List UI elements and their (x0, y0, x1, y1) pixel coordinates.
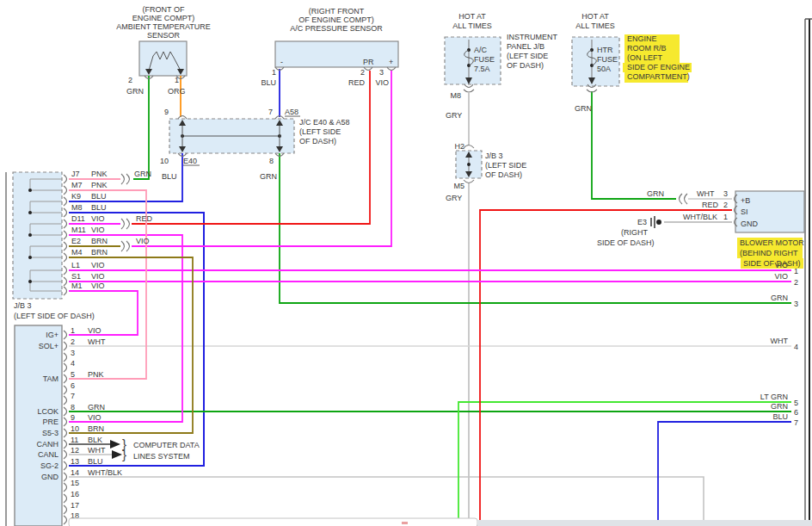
jb3-pin-id: K9 (71, 192, 81, 201)
amp-wire-color: BLK (88, 436, 102, 444)
htr-fuse-name: 50A (597, 65, 611, 73)
engine-room-rb-label: SIDE OF ENGINE (627, 63, 690, 71)
right-wire-color: GRN (771, 402, 788, 411)
jc-a58: A58 (285, 108, 298, 116)
brace-glyph: } (122, 447, 126, 461)
pressure-wire-red: RED (348, 78, 366, 87)
wire-vio-m11-pre (69, 235, 182, 422)
right-wire-color: WHT (771, 337, 789, 345)
blower-title-line: (BEHIND RIGHT (740, 249, 798, 257)
engine-room-rb-label: COMPARTMENT) (627, 72, 690, 81)
amp-pin-name: CANL (38, 450, 58, 459)
right-pin-num: 1 (794, 267, 798, 275)
canh-arrow (110, 440, 120, 449)
amp-pin-name: S5-3 (42, 429, 58, 437)
amp-pin-num: 5 (71, 370, 75, 379)
blower-pin-label: SI (741, 207, 748, 216)
ambient-wire-org: ORG (168, 87, 186, 96)
hot-at-label: HOT AT (581, 12, 609, 21)
wire-grn-jc-pin3 (280, 153, 791, 303)
hot-at-label: HOT AT (458, 12, 486, 21)
ambient-title-line: SENSOR (147, 31, 181, 40)
jb3-pin-id: M7 (71, 181, 83, 189)
ac-fuse-name: FUSE (474, 55, 495, 64)
blower-pin-label: GND (741, 220, 759, 228)
gry-wire-label: GRY (446, 194, 462, 202)
jb3-mid-label: OF DASH) (485, 170, 522, 179)
jb3-wire-color: VIO (91, 226, 105, 234)
amp-pin-num: 15 (71, 479, 79, 487)
pressure-wire-vio: VIO (375, 78, 389, 87)
jc-pin7: 7 (268, 108, 273, 116)
engine-room-rb-label: ROOM R/B (627, 44, 667, 53)
pressure-title-line: A/C PRESSURE SENSOR (290, 24, 383, 33)
amp-wire-color: VIO (88, 326, 102, 335)
engine-room-rb-label: (ON LEFT (627, 53, 663, 62)
ambient-sensor-labels: (FRONT OF ENGINE COMPT) AMBIENT TEMPERAT… (116, 5, 211, 40)
right-pin-num: 6 (794, 408, 798, 417)
e3-label: E3 (637, 218, 647, 226)
ambient-pin1: 1 (175, 76, 179, 84)
e3-ground-icon (651, 216, 661, 228)
wire-vio-pressure-e2 (132, 71, 391, 246)
m8-connector-label: M8 (450, 91, 461, 100)
amp-pin-num: 6 (71, 381, 75, 390)
jb3-mid-label: J/B 3 (485, 152, 503, 160)
right-wire-color: VIO (774, 272, 788, 281)
gry-wire-label: GRY (446, 111, 462, 120)
right-wire-color: VIO (774, 261, 788, 269)
right-pin-num: 3 (794, 300, 798, 308)
jb3-out-color: RED (136, 214, 153, 223)
ambient-wire-grn: GRN (126, 87, 144, 96)
amp-pin-num: 2 (71, 337, 75, 346)
pressure-wire-blu: BLU (261, 78, 276, 87)
jc-pin9: 9 (164, 108, 169, 116)
right-wire-color: GRN (771, 294, 788, 302)
jb3-wire-color: BRN (91, 248, 108, 257)
h2-connector-label: H2 (454, 142, 464, 151)
blower-title-line: SIDE OF DASH) (743, 259, 801, 268)
jb3-left-name: J/B 3 (14, 301, 32, 310)
jb3-mid-label: (LEFT SIDE (485, 161, 526, 170)
jc-label-line: (LEFT SIDE (299, 127, 341, 136)
bottom-strip-mark (402, 522, 408, 524)
blower-wire-wht: WHT (697, 189, 715, 198)
bottom-white-panel (69, 518, 477, 526)
pressure-pin1: 1 (272, 68, 276, 77)
instrument-panel-label: PANEL J/B (507, 42, 544, 51)
jb3-pin-id: S1 (71, 272, 81, 281)
amp-pin-num: 12 (71, 446, 79, 455)
amp-pin-name: TAM (43, 374, 58, 383)
ambient-title-line: ENGINE COMPT) (132, 14, 195, 22)
blower-title-line: BLOWER MOTOR (740, 238, 804, 247)
pressure-pin3: 3 (379, 68, 384, 77)
amp-pin-num: 9 (71, 413, 75, 422)
right-wire-color: BLU (772, 412, 788, 421)
jc-pin8: 8 (269, 157, 274, 165)
instrument-panel-label: OF DASH) (507, 61, 544, 70)
amp-pin-num: 3 (71, 349, 75, 357)
pressure-sensor-box (275, 41, 398, 67)
htr-fuse-hot: HOT AT ALL TIMES (575, 12, 615, 30)
wiring-diagram-page: (FRONT OF ENGINE COMPT) AMBIENT TEMPERAT… (0, 0, 812, 526)
jb3-pin-id: M8 (71, 203, 83, 212)
pressure-title-line: OF ENGINE COMPT) (298, 15, 374, 24)
ambient-pin2: 2 (128, 76, 132, 84)
amp-pin-num: 8 (71, 403, 75, 412)
jb3-left-labels: J7 PNK GRN M7 PNK K9 BLU M8 BLU D11 VIO … (71, 170, 153, 290)
internal-symbols (28, 48, 661, 459)
instrument-panel-label: (LEFT SIDE (507, 52, 548, 60)
canl-arrow (112, 450, 122, 459)
pressure-term-plus: + (389, 58, 393, 66)
amp-wire-color: BLU (88, 457, 103, 466)
grn-wire-label: GRN (575, 104, 592, 113)
jb3-wire-color: VIO (91, 214, 105, 223)
wiring-diagram: (FRONT OF ENGINE COMPT) AMBIENT TEMPERAT… (0, 0, 812, 526)
jc-e40: E40 (183, 157, 197, 165)
ac-fuse-name: 7.5A (474, 65, 490, 73)
amp-pin-name: CANH (36, 440, 58, 449)
hot-at-label: ALL TIMES (452, 22, 492, 30)
amp-pin-num: 7 (71, 392, 75, 400)
jb3-pin-id: M1 (71, 282, 83, 290)
jb3-pin-id: E2 (71, 237, 81, 245)
